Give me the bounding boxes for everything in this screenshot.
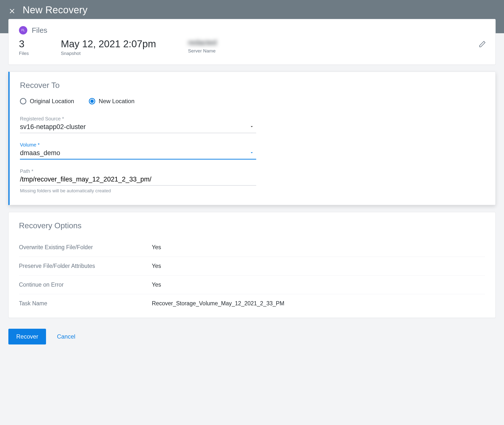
server-name-label: Server Name <box>188 48 217 54</box>
option-row: Overwrite Existing File/Folder Yes <box>19 238 485 257</box>
chevron-down-icon <box>249 149 254 157</box>
volume-field[interactable]: Volume * dmaas_demo <box>20 142 256 160</box>
cancel-button[interactable]: Cancel <box>57 333 75 340</box>
registered-source-value: sv16-netapp02-cluster <box>20 123 249 131</box>
files-badge-icon: FL <box>19 26 27 34</box>
close-icon <box>9 8 15 14</box>
registered-source-label: Registered Source * <box>20 116 256 122</box>
option-label: Overwrite Existing File/Folder <box>19 244 152 251</box>
volume-value: dmaas_demo <box>20 149 249 157</box>
recovery-options-heading: Recovery Options <box>19 221 485 230</box>
option-value: Recover_Storage_Volume_May_12_2021_2_33_… <box>152 300 284 307</box>
radio-new-label: New Location <box>99 98 134 105</box>
path-input-row <box>20 175 256 186</box>
files-count-label: Files <box>19 51 29 56</box>
footer-buttons: Recover Cancel <box>8 325 496 344</box>
option-value: Yes <box>152 263 161 269</box>
server-name-stat: redacted Server Name <box>188 38 217 54</box>
location-radio-group: Original Location New Location <box>20 98 485 105</box>
snapshot-label: Snapshot <box>61 51 156 56</box>
summary-card: FL Files 3 Files May 12, 2021 2:07pm Sna… <box>8 19 496 65</box>
pencil-icon <box>479 40 486 48</box>
volume-select[interactable]: dmaas_demo <box>20 149 256 160</box>
summary-title: Files <box>32 26 47 34</box>
server-name-value: redacted <box>188 38 217 47</box>
recover-to-card: Recover To Original Location New Locatio… <box>8 72 496 205</box>
path-label: Path * <box>20 168 256 174</box>
option-row: Preserve File/Folder Attributes Yes <box>19 257 485 276</box>
recovery-window: New Recovery FL Files 3 Files May 12, 20… <box>0 0 504 425</box>
option-value: Yes <box>152 244 161 251</box>
summary-stats: 3 Files May 12, 2021 2:07pm Snapshot red… <box>19 38 485 56</box>
summary-title-row: FL Files <box>19 26 485 34</box>
files-count: 3 <box>19 38 29 49</box>
option-row: Task Name Recover_Storage_Volume_May_12_… <box>19 294 485 313</box>
recovery-options-card: Recovery Options Overwrite Existing File… <box>8 212 496 318</box>
path-field[interactable]: Path * Missing folders will be automatic… <box>20 168 256 194</box>
radio-indicator-icon <box>20 98 26 104</box>
registered-source-field[interactable]: Registered Source * sv16-netapp02-cluste… <box>20 116 256 133</box>
recover-button[interactable]: Recover <box>8 329 46 344</box>
option-label: Preserve File/Folder Attributes <box>19 263 152 269</box>
radio-original-location[interactable]: Original Location <box>20 98 74 105</box>
chevron-down-icon <box>249 123 254 131</box>
path-helper-text: Missing folders will be automatically cr… <box>20 188 256 194</box>
close-button[interactable] <box>8 7 16 15</box>
option-label: Task Name <box>19 300 152 307</box>
page-title: New Recovery <box>23 4 88 16</box>
content-area: FL Files 3 Files May 12, 2021 2:07pm Sna… <box>0 19 504 354</box>
volume-label: Volume * <box>20 142 256 148</box>
snapshot-time: May 12, 2021 2:07pm <box>61 38 156 49</box>
radio-indicator-icon <box>89 98 95 104</box>
radio-new-location[interactable]: New Location <box>89 98 134 105</box>
radio-original-label: Original Location <box>30 98 74 105</box>
option-label: Continue on Error <box>19 281 152 288</box>
path-input[interactable] <box>20 176 254 183</box>
option-value: Yes <box>152 281 161 288</box>
files-stat: 3 Files <box>19 38 29 56</box>
registered-source-select[interactable]: sv16-netapp02-cluster <box>20 123 256 133</box>
edit-summary-button[interactable] <box>479 40 486 49</box>
recover-to-heading: Recover To <box>20 81 485 90</box>
snapshot-stat: May 12, 2021 2:07pm Snapshot <box>61 38 156 56</box>
option-row: Continue on Error Yes <box>19 276 485 294</box>
